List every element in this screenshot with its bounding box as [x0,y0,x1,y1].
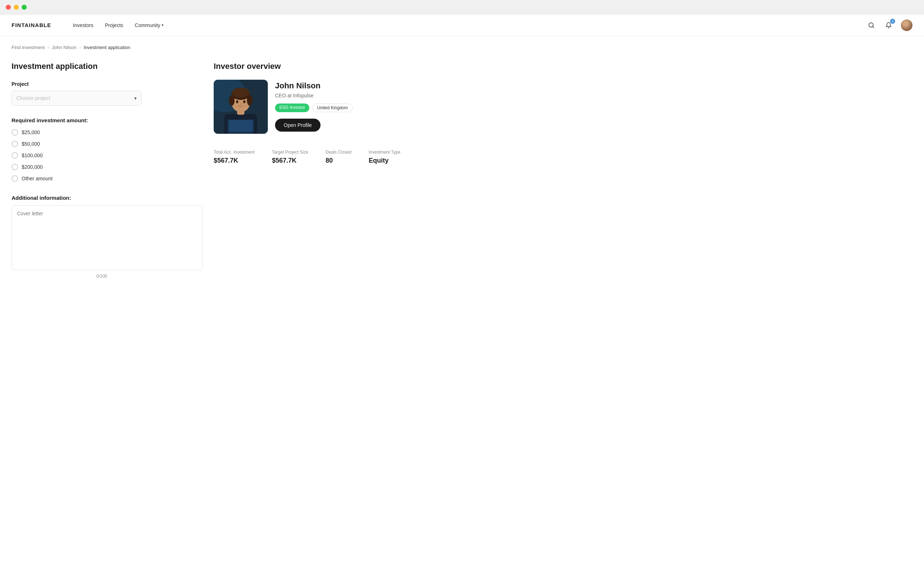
stat-investment-type: Investment Type Equity [369,150,400,165]
tag-esg: ESG Investor [275,103,309,112]
char-count: 0/100 [12,274,192,279]
project-select[interactable]: Choose project ▾ [12,91,141,106]
radio-item-25k[interactable]: $25,000 [12,129,192,136]
nav-projects[interactable]: Projects [105,22,123,28]
main-content: Investment application Project Choose pr… [0,53,924,287]
investment-amount-section: Required investment amount: $25,000 $50,… [12,117,192,182]
stat-target-project-size: Target Project Size $567.7K [272,150,308,165]
investor-name: John Nilson [275,81,352,91]
breadcrumb: Find investment › John Nilson › Investme… [0,36,924,53]
investor-stats: Total Acc. Investment $567.7K Target Pro… [214,144,912,165]
investor-photo [214,80,268,134]
nav-actions: 4 [866,19,912,31]
breadcrumb-john-nilson[interactable]: John Nilson [52,45,76,50]
breadcrumb-current: Investment application [84,45,130,50]
investment-amount-options: $25,000 $50,000 $100,000 $200,000 Other … [12,129,192,182]
breadcrumb-sep-1: › [48,45,49,50]
form-title: Investment application [12,62,192,71]
stat-value-type: Equity [369,157,400,165]
minimize-button[interactable] [14,5,19,10]
investor-job-title: CEO at Infopulse [275,93,352,99]
stat-label-deals: Deals Closed [326,150,351,155]
stat-value-target: $567.7K [272,157,308,165]
radio-item-200k[interactable]: $200,000 [12,164,192,170]
svg-point-18 [240,103,242,105]
stat-value-deals: 80 [326,157,351,165]
chevron-down-icon: ▾ [162,23,164,27]
tag-country: United Kingdom [312,103,352,112]
project-label: Project [12,81,192,87]
brand-logo: FINTAINABLE [12,22,51,28]
nav-links: Investors Projects Community ▾ [73,22,852,28]
radio-circle-other [12,175,18,182]
search-icon[interactable] [866,20,876,30]
stat-value-total: $567.7K [214,157,255,165]
window-chrome [0,0,924,14]
svg-point-17 [243,100,245,103]
user-avatar[interactable] [901,19,912,31]
project-placeholder: Choose project [16,95,50,101]
radio-label-other: Other amount [22,176,53,181]
radio-item-50k[interactable]: $50,000 [12,141,192,147]
radio-label-50k: $50,000 [22,141,40,147]
radio-circle-50k [12,141,18,147]
svg-rect-7 [229,120,253,132]
stat-label-type: Investment Type [369,150,400,155]
notification-badge: 4 [890,19,895,24]
radio-circle-200k [12,164,18,170]
cover-letter-wrapper [12,205,192,272]
open-profile-button[interactable]: Open Profile [275,119,321,132]
svg-line-1 [872,26,873,27]
additional-info-label: Additional information: [12,195,192,201]
navbar: FINTAINABLE Investors Projects Community… [0,14,924,36]
investor-card: John Nilson CEO at Infopulse ESG Investo… [214,80,912,134]
maximize-button[interactable] [22,5,27,10]
dropdown-arrow-icon: ▾ [134,96,137,101]
investor-tags: ESG Investor United Kingdom [275,103,352,112]
radio-circle-100k [12,152,18,159]
close-button[interactable] [6,5,11,10]
radio-item-other[interactable]: Other amount [12,175,192,182]
svg-point-12 [229,96,235,106]
stat-deals-closed: Deals Closed 80 [326,150,351,165]
svg-point-11 [232,88,249,98]
project-field: Project Choose project ▾ [12,81,192,106]
svg-point-16 [236,100,238,103]
breadcrumb-find-investment[interactable]: Find investment [12,45,45,50]
nav-investors[interactable]: Investors [73,22,93,28]
radio-label-200k: $200,000 [22,164,43,170]
radio-label-100k: $100,000 [22,153,43,158]
svg-point-13 [247,96,253,106]
cover-letter-input[interactable] [12,205,203,270]
investor-overview-title: Investor overview [214,62,912,71]
nav-community[interactable]: Community ▾ [135,22,164,28]
stat-label-total: Total Acc. Investment [214,150,255,155]
stat-total-acc-investment: Total Acc. Investment $567.7K [214,150,255,165]
investor-overview: Investor overview [214,62,912,279]
radio-label-25k: $25,000 [22,129,40,135]
stat-label-target: Target Project Size [272,150,308,155]
radio-circle-25k [12,129,18,136]
investment-form: Investment application Project Choose pr… [12,62,192,279]
notification-bell-icon[interactable]: 4 [884,20,894,30]
investment-amount-label: Required investment amount: [12,117,192,123]
radio-item-100k[interactable]: $100,000 [12,152,192,159]
investor-info: John Nilson CEO at Infopulse ESG Investo… [275,80,352,132]
breadcrumb-sep-2: › [80,45,81,50]
additional-info-section: Additional information: 0/100 [12,195,192,279]
